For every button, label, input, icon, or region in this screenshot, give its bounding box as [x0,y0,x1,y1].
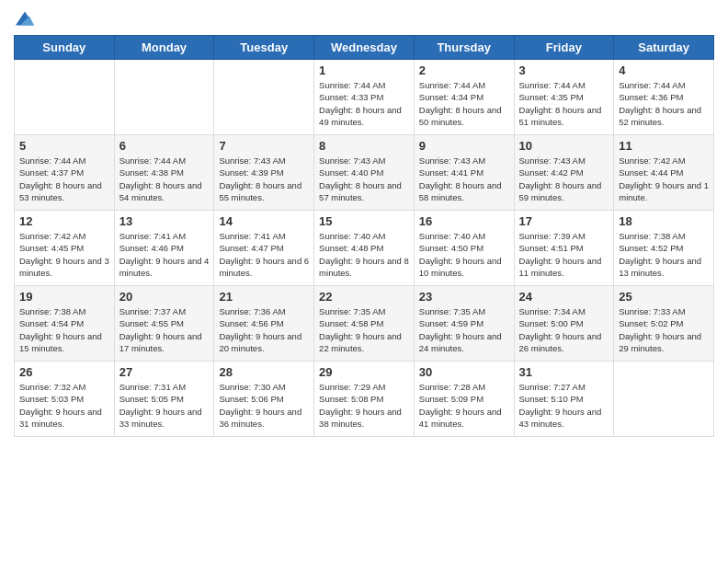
day-number: 9 [419,139,509,153]
calendar-cell [15,60,115,135]
day-number: 4 [619,63,709,77]
day-number: 6 [119,139,210,153]
calendar-cell [614,362,714,437]
day-info: Sunrise: 7:43 AMSunset: 4:39 PMDaylight:… [219,155,309,203]
day-number: 13 [119,214,210,228]
calendar-cell: 17Sunrise: 7:39 AMSunset: 4:51 PMDayligh… [514,211,614,286]
weekday-tuesday: Tuesday [214,36,314,60]
day-info: Sunrise: 7:44 AMSunset: 4:36 PMDaylight:… [619,79,709,128]
day-info: Sunrise: 7:38 AMSunset: 4:52 PMDaylight:… [619,230,709,279]
day-info: Sunrise: 7:29 AMSunset: 5:08 PMDaylight:… [319,381,409,430]
day-number: 10 [519,139,609,153]
calendar-body: 1Sunrise: 7:44 AMSunset: 4:33 PMDaylight… [15,60,714,437]
calendar-cell: 21Sunrise: 7:36 AMSunset: 4:56 PMDayligh… [214,286,314,362]
calendar-cell: 26Sunrise: 7:32 AMSunset: 5:03 PMDayligh… [15,362,115,437]
day-info: Sunrise: 7:32 AMSunset: 5:03 PMDaylight:… [19,381,109,430]
day-info: Sunrise: 7:40 AMSunset: 4:50 PMDaylight:… [419,230,509,279]
day-info: Sunrise: 7:44 AMSunset: 4:35 PMDaylight:… [519,79,609,128]
day-info: Sunrise: 7:44 AMSunset: 4:33 PMDaylight:… [319,79,409,128]
calendar-header: SundayMondayTuesdayWednesdayThursdayFrid… [15,36,714,60]
day-info: Sunrise: 7:38 AMSunset: 4:54 PMDaylight:… [19,305,109,354]
day-info: Sunrise: 7:30 AMSunset: 5:06 PMDaylight:… [219,381,309,430]
calendar-cell: 23Sunrise: 7:35 AMSunset: 4:59 PMDayligh… [414,286,514,362]
calendar-cell: 25Sunrise: 7:33 AMSunset: 5:02 PMDayligh… [614,286,714,362]
day-info: Sunrise: 7:35 AMSunset: 4:59 PMDaylight:… [419,305,509,354]
day-info: Sunrise: 7:44 AMSunset: 4:38 PMDaylight:… [119,155,210,203]
calendar-cell: 13Sunrise: 7:41 AMSunset: 4:46 PMDayligh… [114,211,214,286]
calendar-cell: 29Sunrise: 7:29 AMSunset: 5:08 PMDayligh… [314,362,415,437]
day-info: Sunrise: 7:39 AMSunset: 4:51 PMDaylight:… [519,230,609,279]
day-info: Sunrise: 7:40 AMSunset: 4:48 PMDaylight:… [319,230,409,279]
day-info: Sunrise: 7:37 AMSunset: 4:55 PMDaylight:… [119,305,210,354]
weekday-wednesday: Wednesday [314,36,415,60]
day-number: 16 [419,214,509,228]
day-number: 24 [519,290,609,304]
day-number: 21 [219,290,309,304]
logo [14,9,34,28]
week-row-4: 19Sunrise: 7:38 AMSunset: 4:54 PMDayligh… [15,286,714,362]
day-info: Sunrise: 7:41 AMSunset: 4:46 PMDaylight:… [119,230,210,279]
day-info: Sunrise: 7:35 AMSunset: 4:58 PMDaylight:… [319,305,409,354]
day-info: Sunrise: 7:43 AMSunset: 4:41 PMDaylight:… [419,155,509,203]
weekday-thursday: Thursday [414,36,514,60]
day-info: Sunrise: 7:43 AMSunset: 4:40 PMDaylight:… [319,155,409,203]
day-info: Sunrise: 7:44 AMSunset: 4:37 PMDaylight:… [19,155,109,203]
calendar-cell: 2Sunrise: 7:44 AMSunset: 4:34 PMDaylight… [414,60,514,135]
calendar-cell: 14Sunrise: 7:41 AMSunset: 4:47 PMDayligh… [214,211,314,286]
calendar-cell: 20Sunrise: 7:37 AMSunset: 4:55 PMDayligh… [114,286,214,362]
calendar-cell: 7Sunrise: 7:43 AMSunset: 4:39 PMDaylight… [214,135,314,211]
day-number: 17 [519,214,609,228]
day-number: 18 [619,214,709,228]
day-number: 30 [419,365,509,379]
day-info: Sunrise: 7:42 AMSunset: 4:44 PMDaylight:… [619,155,709,203]
logo-icon [16,9,34,28]
calendar-cell: 6Sunrise: 7:44 AMSunset: 4:38 PMDaylight… [114,135,214,211]
header [14,9,714,28]
day-number: 20 [119,290,210,304]
day-number: 12 [19,214,109,228]
day-info: Sunrise: 7:33 AMSunset: 5:02 PMDaylight:… [619,305,709,354]
day-number: 22 [319,290,409,304]
calendar-cell: 18Sunrise: 7:38 AMSunset: 4:52 PMDayligh… [614,211,714,286]
calendar-cell: 5Sunrise: 7:44 AMSunset: 4:37 PMDaylight… [15,135,115,211]
calendar-cell: 9Sunrise: 7:43 AMSunset: 4:41 PMDaylight… [414,135,514,211]
day-info: Sunrise: 7:44 AMSunset: 4:34 PMDaylight:… [419,79,509,128]
day-number: 28 [219,365,309,379]
weekday-header-row: SundayMondayTuesdayWednesdayThursdayFrid… [15,36,714,60]
week-row-3: 12Sunrise: 7:42 AMSunset: 4:45 PMDayligh… [15,211,714,286]
page: SundayMondayTuesdayWednesdayThursdayFrid… [0,0,728,563]
calendar-cell: 16Sunrise: 7:40 AMSunset: 4:50 PMDayligh… [414,211,514,286]
day-number: 31 [519,365,609,379]
day-number: 19 [19,290,109,304]
day-info: Sunrise: 7:27 AMSunset: 5:10 PMDaylight:… [519,381,609,430]
day-number: 27 [119,365,210,379]
day-info: Sunrise: 7:41 AMSunset: 4:47 PMDaylight:… [219,230,309,279]
calendar-cell: 22Sunrise: 7:35 AMSunset: 4:58 PMDayligh… [314,286,415,362]
day-number: 5 [19,139,109,153]
day-number: 3 [519,63,609,77]
day-number: 2 [419,63,509,77]
day-info: Sunrise: 7:36 AMSunset: 4:56 PMDaylight:… [219,305,309,354]
calendar-cell: 1Sunrise: 7:44 AMSunset: 4:33 PMDaylight… [314,60,415,135]
calendar-cell: 19Sunrise: 7:38 AMSunset: 4:54 PMDayligh… [15,286,115,362]
calendar-cell: 24Sunrise: 7:34 AMSunset: 5:00 PMDayligh… [514,286,614,362]
day-number: 25 [619,290,709,304]
calendar-table: SundayMondayTuesdayWednesdayThursdayFrid… [14,35,714,437]
day-number: 11 [619,139,709,153]
weekday-monday: Monday [114,36,214,60]
week-row-2: 5Sunrise: 7:44 AMSunset: 4:37 PMDaylight… [15,135,714,211]
calendar-cell: 15Sunrise: 7:40 AMSunset: 4:48 PMDayligh… [314,211,415,286]
weekday-sunday: Sunday [15,36,115,60]
week-row-1: 1Sunrise: 7:44 AMSunset: 4:33 PMDaylight… [15,60,714,135]
calendar-cell: 8Sunrise: 7:43 AMSunset: 4:40 PMDaylight… [314,135,415,211]
calendar-cell: 31Sunrise: 7:27 AMSunset: 5:10 PMDayligh… [514,362,614,437]
calendar-cell [214,60,314,135]
day-number: 8 [319,139,409,153]
calendar-cell: 10Sunrise: 7:43 AMSunset: 4:42 PMDayligh… [514,135,614,211]
day-number: 15 [319,214,409,228]
day-info: Sunrise: 7:28 AMSunset: 5:09 PMDaylight:… [419,381,509,430]
day-info: Sunrise: 7:34 AMSunset: 5:00 PMDaylight:… [519,305,609,354]
weekday-saturday: Saturday [614,36,714,60]
calendar-cell: 4Sunrise: 7:44 AMSunset: 4:36 PMDaylight… [614,60,714,135]
day-number: 26 [19,365,109,379]
